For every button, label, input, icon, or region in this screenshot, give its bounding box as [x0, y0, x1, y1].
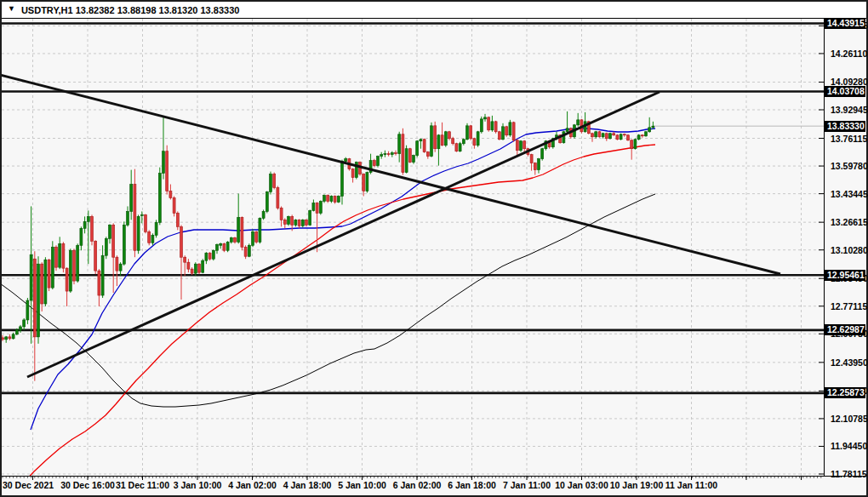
candle-body: [127, 211, 129, 225]
candle-body: [538, 159, 540, 170]
candle-body: [319, 201, 322, 213]
candle-body: [534, 163, 536, 170]
candle-body: [420, 140, 422, 141]
symbol-dropdown-icon: ▼: [8, 5, 15, 13]
time-axis-label: 5 Jan 10:00: [338, 480, 386, 490]
candle-body: [613, 134, 615, 135]
candle-body: [459, 144, 461, 151]
candle-body: [595, 132, 597, 137]
time-axis-label: 10 Jan 03:00: [555, 480, 608, 490]
candle-body: [33, 259, 36, 337]
level-price-box: 14.03708: [825, 86, 865, 97]
candle-body: [641, 135, 643, 136]
candle-body: [520, 141, 523, 151]
time-axis-label: 4 Jan 02:00: [228, 480, 277, 490]
candle-body: [391, 153, 393, 155]
candle-body: [101, 255, 104, 295]
candle-body: [69, 250, 71, 291]
price-tick-label: 13.10280: [831, 245, 868, 255]
candle-body: [191, 269, 193, 273]
candle-body: [452, 139, 454, 144]
candle-body: [202, 260, 204, 272]
candle-body: [345, 159, 347, 162]
candle-body: [373, 161, 375, 166]
candle-body: [380, 155, 383, 157]
candle-body: [609, 134, 612, 139]
time-axis-label: 6 Jan 02:00: [393, 480, 442, 490]
candle-body: [151, 235, 154, 243]
candle-body: [327, 196, 329, 202]
candle-body: [44, 260, 47, 304]
candle-body: [437, 135, 440, 149]
candle-body: [291, 216, 294, 225]
plot-layer[interactable]: [0, 19, 824, 497]
time-axis-label: 30 Dec 2021: [3, 480, 54, 490]
black-ma: [0, 194, 655, 407]
candle-body: [470, 126, 472, 139]
candle-body: [498, 132, 500, 140]
candle-body: [462, 140, 465, 144]
candle-body: [387, 154, 390, 155]
candle-body: [226, 242, 229, 250]
candle-body: [494, 122, 497, 132]
candle-body: [423, 140, 425, 152]
candle-body: [502, 127, 505, 140]
candle-body: [616, 135, 619, 140]
candle-body: [431, 126, 433, 157]
candle-body: [351, 169, 354, 178]
candle-body: [283, 220, 286, 224]
candle-body: [73, 250, 76, 281]
candle-body: [395, 153, 397, 154]
candle-body: [244, 247, 247, 256]
candle-body: [277, 188, 279, 209]
candle-body: [366, 173, 368, 191]
descending-trendline[interactable]: [0, 75, 780, 274]
candle-body: [173, 197, 175, 213]
candle-body: [137, 216, 140, 250]
candle-body: [280, 208, 283, 220]
candle-body: [316, 203, 318, 213]
candle-body: [9, 337, 11, 339]
candle-body: [252, 231, 254, 245]
candle-body: [23, 320, 26, 327]
price-tick-label: 13.26615: [831, 217, 868, 227]
candle-body: [288, 216, 290, 224]
candle-body: [637, 135, 640, 140]
candle-body: [648, 128, 651, 132]
candle-body: [627, 135, 630, 140]
candle-body: [216, 244, 219, 250]
candle-body: [620, 134, 622, 140]
candle-body: [51, 247, 54, 288]
candle-body: [198, 264, 201, 272]
candle-body: [488, 117, 490, 130]
candle-body: [83, 221, 86, 228]
candle-body: [645, 132, 648, 136]
candle-body: [116, 257, 118, 271]
candle-body: [163, 151, 165, 174]
candle-body: [591, 134, 594, 137]
candle-body: [652, 126, 654, 128]
price-tick-label: 11.78115: [831, 469, 867, 479]
candle-body: [623, 134, 625, 135]
candle-body: [298, 220, 300, 226]
time-axis-label: 6 Jan 18:00: [448, 480, 496, 490]
candle-body: [180, 226, 183, 257]
candle-body: [169, 191, 172, 198]
candlestick-chart[interactable]: [0, 0, 868, 497]
candle-body: [480, 119, 483, 132]
candle-body: [273, 174, 276, 188]
candle-body: [91, 216, 94, 241]
price-tick-label: 12.10785: [831, 414, 868, 424]
candle-body: [123, 225, 125, 264]
candle-body: [309, 210, 311, 225]
time-axis[interactable]: 30 Dec 202130 Dec 16:0031 Dec 11:003 Jan…: [0, 478, 824, 494]
price-axis[interactable]: 14.4244514.2611014.0928013.9294513.76115…: [825, 19, 866, 495]
candle-body: [5, 337, 8, 340]
candle-body: [77, 245, 79, 281]
candle-body: [455, 144, 458, 151]
candle-body: [441, 135, 443, 146]
candle-body: [220, 243, 222, 245]
candle-body: [484, 117, 487, 119]
candle-body: [26, 300, 29, 320]
candle-body: [301, 220, 304, 226]
